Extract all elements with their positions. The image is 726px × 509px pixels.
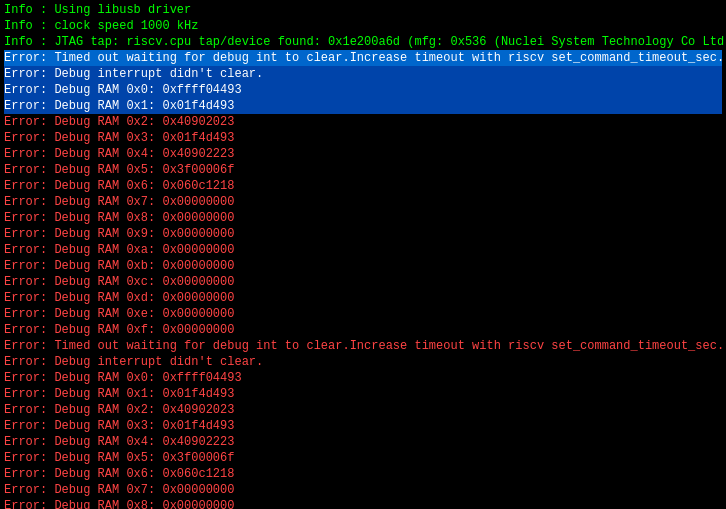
terminal-line: Error: Debug RAM 0xa: 0x00000000 — [4, 242, 722, 258]
terminal-line: Error: Debug RAM 0x3: 0x01f4d493 — [4, 130, 722, 146]
terminal-line: Error: Debug interrupt didn't clear. — [4, 66, 722, 82]
terminal-line: Error: Debug RAM 0x1: 0x01f4d493 — [4, 386, 722, 402]
terminal-line: Error: Debug RAM 0x5: 0x3f00006f — [4, 450, 722, 466]
terminal-output[interactable]: Info : Using libusb driverInfo : clock s… — [0, 0, 726, 509]
terminal-line: Error: Debug RAM 0x8: 0x00000000 — [4, 498, 722, 509]
terminal-line: Error: Debug RAM 0x8: 0x00000000 — [4, 210, 722, 226]
terminal-line: Error: Debug RAM 0x4: 0x40902223 — [4, 146, 722, 162]
terminal-line: Error: Debug RAM 0x5: 0x3f00006f — [4, 162, 722, 178]
terminal-line: Error: Debug interrupt didn't clear. — [4, 354, 722, 370]
terminal-line: Error: Debug RAM 0x4: 0x40902223 — [4, 434, 722, 450]
terminal-line: Error: Debug RAM 0xe: 0x00000000 — [4, 306, 722, 322]
terminal-line: Error: Debug RAM 0x6: 0x060c1218 — [4, 466, 722, 482]
terminal-line: Error: Debug RAM 0x2: 0x40902023 — [4, 402, 722, 418]
terminal-line: Error: Debug RAM 0xf: 0x00000000 — [4, 322, 722, 338]
terminal-line: Error: Timed out waiting for debug int t… — [4, 50, 722, 66]
terminal-line: Info : JTAG tap: riscv.cpu tap/device fo… — [4, 34, 722, 50]
terminal-line: Error: Debug RAM 0x1: 0x01f4d493 — [4, 98, 722, 114]
terminal-line: Info : Using libusb driver — [4, 2, 722, 18]
terminal-line: Error: Debug RAM 0x6: 0x060c1218 — [4, 178, 722, 194]
terminal-line: Error: Debug RAM 0x7: 0x00000000 — [4, 482, 722, 498]
terminal-line: Error: Debug RAM 0xb: 0x00000000 — [4, 258, 722, 274]
terminal-line: Error: Debug RAM 0x0: 0xffff04493 — [4, 82, 722, 98]
terminal-line: Error: Debug RAM 0x3: 0x01f4d493 — [4, 418, 722, 434]
terminal-line: Error: Debug RAM 0x9: 0x00000000 — [4, 226, 722, 242]
terminal-line: Error: Debug RAM 0x2: 0x40902023 — [4, 114, 722, 130]
terminal-line: Error: Timed out waiting for debug int t… — [4, 338, 722, 354]
terminal-line: Error: Debug RAM 0x7: 0x00000000 — [4, 194, 722, 210]
terminal-line: Error: Debug RAM 0x0: 0xffff04493 — [4, 370, 722, 386]
terminal-line: Error: Debug RAM 0xc: 0x00000000 — [4, 274, 722, 290]
terminal-line: Info : clock speed 1000 kHz — [4, 18, 722, 34]
terminal-line: Error: Debug RAM 0xd: 0x00000000 — [4, 290, 722, 306]
